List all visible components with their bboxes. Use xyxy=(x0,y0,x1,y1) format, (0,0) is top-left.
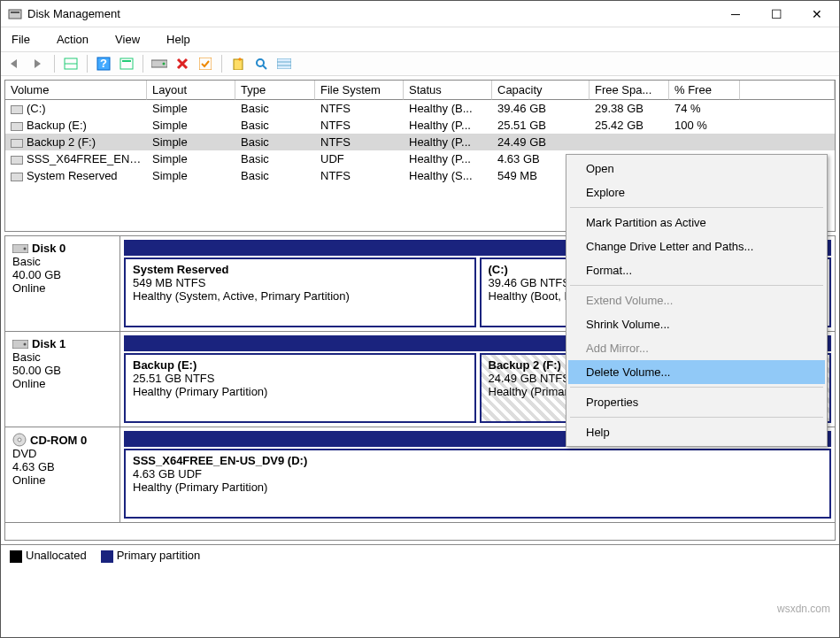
table-row[interactable]: Backup 2 (F:)SimpleBasicNTFSHealthy (P..… xyxy=(5,134,835,150)
list-icon[interactable] xyxy=(275,55,293,73)
svg-rect-11 xyxy=(234,59,243,70)
legend-swatch-blue xyxy=(101,550,113,563)
layout-icon[interactable] xyxy=(62,55,80,73)
header-free[interactable]: Free Spa... xyxy=(590,81,669,100)
legend-unallocated: Unallocated xyxy=(10,549,87,563)
legend: Unallocated Primary partition xyxy=(1,544,839,566)
context-menu: OpenExploreMark Partition as ActiveChang… xyxy=(566,154,828,447)
new-icon[interactable] xyxy=(229,55,247,73)
svg-rect-1 xyxy=(11,12,19,13)
menu-item: Extend Volume... xyxy=(568,288,825,312)
disk-size: 40.00 GB xyxy=(12,268,112,281)
svg-rect-14 xyxy=(277,58,291,69)
header-capacity[interactable]: Capacity xyxy=(492,81,590,100)
svg-point-12 xyxy=(257,59,264,66)
window-controls: ─ ☐ ✕ xyxy=(715,1,837,27)
svg-rect-0 xyxy=(9,10,21,19)
disk-status: Online xyxy=(12,473,112,487)
table-header: Volume Layout Type File System Status Ca… xyxy=(5,81,835,100)
titlebar: Disk Management ─ ☐ ✕ xyxy=(1,1,839,27)
svg-line-13 xyxy=(263,65,266,69)
maximize-button[interactable]: ☐ xyxy=(756,1,797,27)
partition-size: 4.63 GB UDF xyxy=(133,467,822,480)
menu-item[interactable]: Change Drive Letter and Paths... xyxy=(568,234,825,258)
menu-separator xyxy=(570,417,823,418)
menu-item[interactable]: Help xyxy=(568,420,825,444)
help-icon[interactable]: ? xyxy=(95,55,112,73)
partition[interactable]: Backup (E:)25.51 GB NTFSHealthy (Primary… xyxy=(124,353,476,423)
disk-status: Online xyxy=(12,281,112,295)
svg-rect-7 xyxy=(122,60,131,62)
menu-item[interactable]: Shrink Volume... xyxy=(568,312,825,336)
menu-item[interactable]: Explore xyxy=(568,181,825,204)
disk-type: Basic xyxy=(12,350,112,364)
disk-type: DVD xyxy=(12,447,112,460)
svg-text:?: ? xyxy=(100,57,107,70)
partition-status: Healthy (Primary Partition) xyxy=(133,385,467,398)
svg-point-9 xyxy=(163,63,166,65)
menu-view[interactable]: View xyxy=(110,31,145,48)
menu-action[interactable]: Action xyxy=(51,31,94,48)
disk-management-window: Disk Management ─ ☐ ✕ File Action View H… xyxy=(0,0,840,638)
watermark: wsxdn.com xyxy=(777,603,830,615)
partition-size: 25.51 GB NTFS xyxy=(133,372,467,385)
header-layout[interactable]: Layout xyxy=(147,81,235,100)
refresh-icon[interactable] xyxy=(118,55,135,73)
svg-rect-10 xyxy=(199,58,212,70)
header-filesystem[interactable]: File System xyxy=(315,81,404,100)
menu-item[interactable]: Mark Partition as Active xyxy=(568,211,825,234)
disk-status: Online xyxy=(12,377,112,390)
partition[interactable]: System Reserved549 MB NTFSHealthy (Syste… xyxy=(124,258,476,327)
partition-size: 549 MB NTFS xyxy=(133,276,467,289)
separator xyxy=(87,55,88,73)
header-type[interactable]: Type xyxy=(235,81,315,100)
close-button[interactable]: ✕ xyxy=(797,1,837,27)
minimize-button[interactable]: ─ xyxy=(715,1,756,27)
menu-item[interactable]: Delete Volume... xyxy=(568,360,825,384)
disk-size: 50.00 GB xyxy=(12,364,112,377)
disk-info: Disk 1Basic50.00 GBOnline xyxy=(5,332,120,427)
separator xyxy=(143,55,143,73)
app-icon xyxy=(8,7,22,21)
delete-icon[interactable] xyxy=(173,55,191,73)
partition-name: SSS_X64FREE_EN-US_DV9 (D:) xyxy=(133,454,822,467)
back-icon[interactable] xyxy=(6,55,24,73)
svg-point-18 xyxy=(24,247,27,250)
disk-name: CD-ROM 0 xyxy=(12,433,112,447)
table-row[interactable]: (C:)SimpleBasicNTFSHealthy (B...39.46 GB… xyxy=(5,100,835,117)
menu-separator xyxy=(570,387,823,388)
header-status[interactable]: Status xyxy=(404,81,492,100)
menubar: File Action View Help xyxy=(1,27,839,51)
header-percent[interactable]: % Free xyxy=(669,81,740,100)
window-title: Disk Management xyxy=(27,7,715,20)
partition-status: Healthy (System, Active, Primary Partiti… xyxy=(133,289,467,303)
header-spacer xyxy=(740,81,835,100)
search-icon[interactable] xyxy=(252,55,270,73)
partition-name: Backup (E:) xyxy=(133,358,467,372)
drive-icon[interactable] xyxy=(150,55,168,73)
check-icon[interactable] xyxy=(197,55,214,73)
disk-name: Disk 1 xyxy=(12,337,112,350)
menu-separator xyxy=(570,207,823,208)
disk-info: Disk 0Basic40.00 GBOnline xyxy=(5,236,120,331)
partition[interactable]: SSS_X64FREE_EN-US_DV9 (D:)4.63 GB UDFHea… xyxy=(124,449,831,519)
svg-point-20 xyxy=(24,342,27,345)
partition-name: System Reserved xyxy=(133,263,467,276)
svg-rect-6 xyxy=(120,58,133,69)
header-volume[interactable]: Volume xyxy=(5,81,147,100)
menu-item[interactable]: Open xyxy=(568,157,825,181)
menu-help[interactable]: Help xyxy=(161,31,196,48)
separator xyxy=(54,55,55,73)
menu-item[interactable]: Properties xyxy=(568,390,825,414)
legend-primary: Primary partition xyxy=(101,549,201,563)
menu-separator xyxy=(570,285,823,286)
toolbar: ? xyxy=(1,51,839,76)
disk-type: Basic xyxy=(12,255,112,268)
forward-icon[interactable] xyxy=(29,55,47,73)
disk-name: Disk 0 xyxy=(12,242,112,255)
svg-point-22 xyxy=(18,438,21,442)
menu-file[interactable]: File xyxy=(6,31,35,48)
partition-status: Healthy (Primary Partition) xyxy=(133,480,822,494)
menu-item[interactable]: Format... xyxy=(568,258,825,282)
table-row[interactable]: Backup (E:)SimpleBasicNTFSHealthy (P...2… xyxy=(5,117,835,134)
